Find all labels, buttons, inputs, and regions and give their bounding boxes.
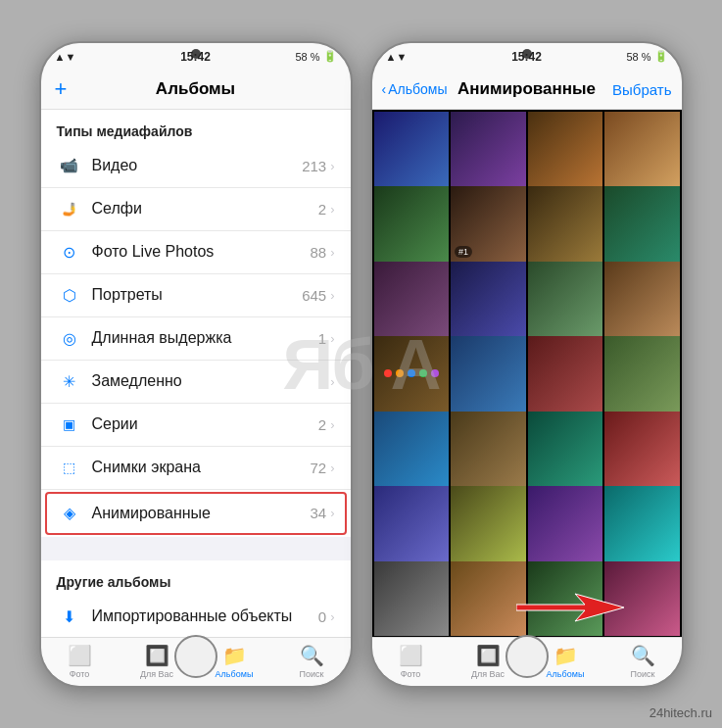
list-item-screenshots[interactable]: ⬚ Снимки экрана 72 ›: [41, 447, 351, 490]
albums-tab-icon: 📁: [222, 644, 247, 667]
home-button-left[interactable]: [174, 635, 217, 678]
photo-cell-11[interactable]: [528, 262, 603, 337]
photo-cell-1[interactable]: [374, 112, 450, 187]
animated-label: Анимированные: [92, 505, 311, 522]
photo-cell-12[interactable]: [604, 262, 680, 337]
foryou-tab-label: Для Вас: [140, 669, 173, 679]
search-tab-icon-right: 🔍: [631, 644, 655, 667]
portrait-count: 645: [302, 287, 326, 304]
animated-chevron: ›: [330, 506, 334, 520]
photos-tab-icon: ⬜: [68, 644, 92, 667]
nav-bar-left: + Альбомы: [41, 71, 351, 110]
status-right: 58 % 🔋: [295, 50, 336, 63]
video-label: Видео: [92, 157, 303, 174]
photo-cell-28[interactable]: [604, 561, 680, 637]
photo-cell-17[interactable]: [374, 412, 450, 487]
screenshots-icon: ⬚: [57, 455, 82, 480]
search-tab-label-right: Поиск: [631, 669, 655, 679]
photo-cell-4[interactable]: [604, 112, 680, 187]
photo-cell-7[interactable]: [528, 186, 603, 262]
photo-cell-15[interactable]: [528, 336, 603, 412]
photo-cell-2[interactable]: [451, 112, 526, 187]
photo-cell-24[interactable]: [604, 486, 680, 561]
series-chevron: ›: [330, 417, 334, 432]
list-item-video[interactable]: 📹 Видео 213 ›: [41, 145, 351, 188]
tab-photos-left[interactable]: ⬜ Фото: [41, 644, 119, 679]
photo-cell-21[interactable]: [374, 486, 450, 561]
video-icon: 📹: [57, 153, 82, 178]
screenshots-chevron: ›: [330, 461, 334, 475]
photo-cell-18[interactable]: [451, 412, 526, 487]
selfie-count: 2: [318, 201, 326, 218]
tab-photos-right[interactable]: ⬜ Фото: [372, 644, 450, 679]
battery-icon-right: 🔋: [654, 50, 668, 63]
longexp-label: Длинная выдержка: [92, 329, 318, 347]
signal-icon: ▲▼: [55, 51, 76, 63]
photo-cell-27[interactable]: [528, 561, 603, 637]
live-icon: ⊙: [57, 239, 82, 265]
selfie-label: Селфи: [92, 200, 318, 218]
photo-cell-23[interactable]: [528, 486, 603, 561]
battery-right: 58 %: [626, 51, 650, 63]
photo-cell-22[interactable]: [451, 486, 526, 561]
portrait-chevron: ›: [330, 288, 334, 303]
foryou-tab-icon: 🔲: [145, 644, 169, 667]
photo-cell-16[interactable]: [604, 336, 680, 412]
section-header-other: Другие альбомы: [41, 560, 351, 596]
list-item-live[interactable]: ⊙ Фото Live Photos 88 ›: [41, 231, 351, 274]
photo-cell-9[interactable]: [374, 262, 450, 337]
live-chevron: ›: [330, 245, 334, 260]
scene: ▲▼ 15:42 58 % 🔋 + Альбомы Типы медиафайл…: [0, 0, 722, 728]
series-count: 2: [318, 416, 326, 433]
tab-search-left[interactable]: 🔍 Поиск: [273, 644, 351, 679]
imported-icon: ⬇: [57, 604, 82, 629]
home-button-right[interactable]: [505, 635, 549, 678]
imported-label: Импортированные объекты: [92, 607, 318, 625]
slow-label: Замедленно: [92, 372, 327, 390]
albums-title: Альбомы: [156, 79, 235, 99]
list-item-imported[interactable]: ⬇ Импортированные объекты 0 ›: [41, 596, 351, 637]
list-item-slow[interactable]: ✳ Замедленно ›: [41, 361, 351, 404]
photo-cell-26[interactable]: [451, 561, 526, 637]
status-left-right: ▲▼: [386, 51, 408, 63]
series-icon: ▣: [57, 412, 82, 437]
photo-cell-14[interactable]: [451, 336, 526, 412]
photo-nav-bar: ‹ Альбомы Анимированные Выбрать: [372, 71, 682, 110]
battery-icon-left: 🔋: [323, 50, 337, 63]
photo-cell-8[interactable]: [604, 186, 680, 262]
animated-nav-title: Анимированные: [457, 79, 596, 99]
slow-chevron: ›: [330, 374, 334, 389]
screenshots-label: Снимки экрана: [92, 459, 311, 476]
select-button[interactable]: Выбрать: [612, 81, 671, 98]
foryou-tab-label-r: Для Вас: [471, 669, 505, 679]
photo-cell-6[interactable]: #1: [451, 186, 526, 262]
photo-cell-19[interactable]: [528, 412, 603, 487]
list-item-series[interactable]: ▣ Серии 2 ›: [41, 404, 351, 447]
longexp-chevron: ›: [330, 331, 334, 346]
photo-cell-25[interactable]: [374, 561, 450, 637]
tab-search-right[interactable]: 🔍 Поиск: [604, 644, 682, 679]
site-badge: 24hitech.ru: [650, 705, 712, 720]
albums-tab-label: Альбомы: [216, 669, 254, 679]
status-left: ▲▼: [55, 51, 76, 63]
back-button[interactable]: ‹ Альбомы: [382, 81, 448, 97]
list-item-selfie[interactable]: 🤳 Селфи 2 ›: [41, 188, 351, 231]
time-right: 15:42: [511, 50, 542, 64]
photo-cell-13[interactable]: [374, 336, 450, 412]
battery-left: 58 %: [295, 51, 319, 63]
selfie-chevron: ›: [330, 202, 334, 217]
photo-grid: #1: [372, 110, 682, 637]
list-item-animated[interactable]: ◈ Анимированные 34 ›: [45, 492, 347, 535]
add-button[interactable]: +: [55, 78, 68, 100]
portrait-icon: ⬡: [57, 282, 82, 308]
phone-left: ▲▼ 15:42 58 % 🔋 + Альбомы Типы медиафайл…: [39, 41, 353, 688]
photo-cell-3[interactable]: [528, 112, 603, 187]
photo-cell-20[interactable]: [604, 412, 680, 487]
slow-icon: ✳: [57, 368, 82, 394]
photo-cell-5[interactable]: [374, 186, 450, 262]
portrait-label: Портреты: [92, 286, 303, 304]
list-item-longexp[interactable]: ◎ Длинная выдержка 1 ›: [41, 317, 351, 361]
photo-cell-10[interactable]: [451, 262, 526, 337]
live-label: Фото Live Photos: [92, 243, 311, 261]
list-item-portrait[interactable]: ⬡ Портреты 645 ›: [41, 274, 351, 317]
